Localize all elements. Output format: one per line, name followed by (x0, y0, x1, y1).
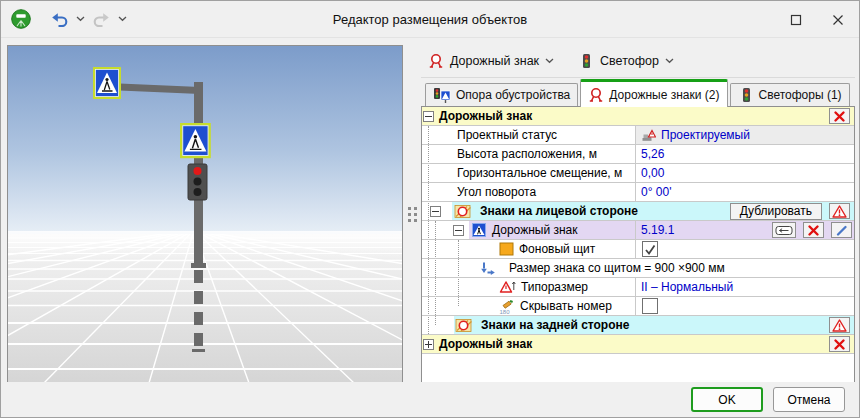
offset-value: 0,00 (641, 166, 664, 180)
size-arrows-icon (480, 261, 495, 275)
hide-number-icon: 180 (499, 299, 515, 314)
property-label: Высота расположения, м (457, 147, 597, 161)
road-sign-icon (428, 53, 444, 69)
sign-code-value: 5.19.1 (641, 223, 674, 237)
dimension-button[interactable] (772, 222, 796, 238)
add-traffic-light-dropdown[interactable]: Светофор (574, 50, 678, 72)
size-class-icon (499, 280, 516, 294)
viewport-3d[interactable] (7, 45, 403, 384)
property-label: Скрывать номер (520, 299, 612, 313)
ok-button[interactable]: OK (691, 387, 763, 412)
property-row-size-class: Типоразмер II – Нормальный (422, 278, 854, 297)
background-shield-icon (499, 242, 514, 256)
close-button[interactable] (827, 9, 849, 31)
tab-support-pole-label: Опора обустройства (456, 88, 570, 102)
property-row-offset: Горизонтальное смещение, м 0,00 (422, 164, 854, 183)
property-label: Угол поворота (457, 185, 536, 199)
svg-text:180: 180 (500, 308, 511, 314)
offset-value-cell[interactable]: 0,00 (635, 164, 854, 182)
chevron-down-icon (545, 58, 554, 64)
add-road-sign-dropdown[interactable]: Дорожный знак (424, 50, 558, 72)
height-value: 5,26 (641, 147, 664, 161)
size-class-cell[interactable]: II – Нормальный (635, 278, 854, 296)
traffic-light-3d (188, 164, 207, 200)
scene-3d (8, 46, 402, 383)
property-row-hide-number: 180 Скрывать номер (422, 297, 854, 316)
shield-checkbox[interactable] (642, 241, 658, 257)
titlebar: Редактор размещения объектов (1, 1, 859, 38)
group-row-road-sign-back[interactable]: Дорожный знак (422, 335, 854, 354)
group-label: Знаки на задней стороне (481, 318, 629, 332)
property-label: Типоразмер (521, 280, 588, 294)
add-objects-toolbar: Дорожный знак Светофор (421, 45, 855, 78)
group-row-back-signs: Знаки на задней стороне (422, 316, 854, 335)
property-row-sign-size: Размер знака со щитом = 900 ×900 мм (422, 259, 854, 278)
shield-checkbox-cell (635, 240, 854, 258)
status-value: Проектируемый (661, 128, 750, 142)
group-row-front-signs: Знаки на лицевой стороне Дублировать (422, 202, 854, 221)
redo-button[interactable] (89, 7, 113, 31)
sign-row-5-19-1: Дорожный знак 5.19.1 (422, 221, 854, 240)
size-class-value: II – Нормальный (641, 280, 733, 294)
cancel-button[interactable]: Отмена (773, 387, 845, 412)
property-label: Фоновый щит (519, 242, 595, 256)
tab-road-signs-label: Дорожные знаки (2) (609, 88, 719, 102)
object-placement-editor-window: Редактор размещения объектов (0, 0, 860, 418)
property-row-status: Проектный статус Проектируемый (422, 126, 854, 145)
warning-button[interactable] (829, 317, 850, 333)
delete-sign-button[interactable] (829, 336, 850, 352)
property-row-height: Высота расположения, м 5,26 (422, 145, 854, 164)
delete-sign-button[interactable] (803, 222, 824, 238)
status-value-cell[interactable]: Проектируемый (635, 126, 854, 144)
property-row-background-shield: Фоновый щит (422, 240, 854, 259)
maximize-button[interactable] (785, 9, 807, 31)
properties-panel: Дорожный знак Светофор Опора обустройств… (421, 45, 855, 384)
tab-traffic-lights-label: Светофоры (1) (759, 88, 842, 102)
panel-splitter[interactable] (403, 45, 421, 384)
sign-code-cell[interactable]: 5.19.1 (635, 221, 854, 239)
redo-dropdown-chevron[interactable] (114, 7, 130, 31)
undo-redo-toolbar (47, 7, 130, 31)
road-sign-icon (588, 87, 604, 103)
collapse-expander[interactable] (430, 206, 441, 217)
undo-button[interactable] (47, 7, 71, 31)
height-value-cell[interactable]: 5,26 (635, 145, 854, 163)
property-label: Горизонтальное смещение, м (457, 166, 622, 180)
duplicate-button[interactable]: Дублировать (730, 203, 822, 220)
bim-app-logo-icon (11, 9, 31, 29)
hide-number-checkbox[interactable] (642, 298, 658, 314)
property-row-rotation: Угол поворота 0° 00' (422, 183, 854, 202)
edit-sign-button[interactable] (831, 222, 852, 238)
pedestrian-sign-on-pole (180, 123, 211, 158)
rotation-value: 0° 00' (641, 185, 671, 199)
tab-traffic-lights[interactable]: Светофоры (1) (730, 83, 850, 106)
property-grid: Дорожный знак Проектный статус Проектиру… (421, 106, 855, 384)
pedestrian-sign-icon (471, 222, 487, 238)
expand-expander[interactable] (423, 339, 434, 350)
group-row-road-sign-front[interactable]: Дорожный знак (422, 107, 854, 126)
sign-size-text: Размер знака со щитом = 900 ×900 мм (509, 261, 725, 275)
group-label: Дорожный знак (439, 337, 532, 351)
tab-road-signs[interactable]: Дорожные знаки (2) (580, 79, 727, 107)
undo-dropdown-chevron[interactable] (72, 7, 88, 31)
rotation-value-cell[interactable]: 0° 00' (635, 183, 854, 201)
chevron-down-icon (665, 58, 674, 64)
support-pole-icon (433, 87, 451, 103)
group-label: Знаки на лицевой стороне (480, 204, 638, 218)
dialog-footer: OK Отмена (1, 382, 859, 417)
add-road-sign-label: Дорожный знак (450, 54, 539, 68)
collapse-expander[interactable] (453, 225, 464, 236)
sign-back-face-icon (455, 318, 473, 333)
sign-label: Дорожный знак (492, 223, 578, 237)
object-tabs: Опора обустройства Дорожные знаки (2) Св… (421, 78, 855, 106)
sign-face-icon (454, 204, 472, 219)
collapse-expander[interactable] (423, 111, 434, 122)
tab-support-pole[interactable]: Опора обустройства (425, 83, 578, 106)
delete-sign-button[interactable] (829, 108, 850, 124)
design-status-icon (641, 129, 656, 142)
hide-number-cell (635, 297, 854, 315)
warning-button[interactable] (829, 203, 850, 219)
group-label: Дорожный знак (439, 109, 532, 123)
traffic-light-icon (578, 53, 594, 69)
horizon-haze (8, 231, 402, 259)
